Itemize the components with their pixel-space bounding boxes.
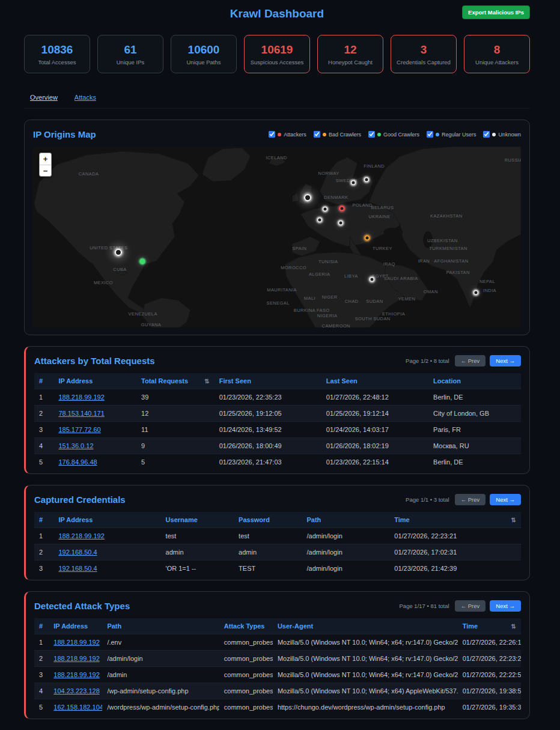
- table-cell: 01/24/2026, 14:03:17: [321, 422, 428, 438]
- map-marker-unknown[interactable]: [317, 217, 323, 222]
- table-header-row: #IP AddressTotal Requests⇅First SeenLast…: [34, 373, 521, 389]
- legend-item-attackers[interactable]: Attackers: [269, 131, 306, 138]
- legend-dot: [377, 133, 381, 136]
- ip-link[interactable]: 185.177.72.60: [58, 426, 100, 433]
- tab-attacks[interactable]: Attacks: [75, 94, 96, 101]
- column-header-time[interactable]: Time⇅: [389, 512, 521, 528]
- column-header-total-requests[interactable]: Total Requests⇅: [136, 373, 215, 389]
- stat-card-honeypot-caught: 12 Honeypot Caught: [317, 35, 383, 73]
- table-cell: /wp-admin/setup-config.php: [102, 683, 219, 699]
- map-marker-unknown[interactable]: [115, 249, 122, 256]
- table-cell: 1: [34, 528, 53, 544]
- prev-button[interactable]: ← Prev: [455, 494, 486, 505]
- table-cell: 162.158.182.104: [49, 699, 102, 716]
- sort-icon[interactable]: ⇅: [511, 517, 516, 523]
- ip-link[interactable]: 78.153.140.171: [58, 410, 104, 417]
- table-row: 1188.218.99.192testtest/admin/login01/27…: [34, 528, 521, 544]
- tab-overview[interactable]: Overview: [30, 94, 58, 101]
- table-cell: 01/25/2026, 19:12:05: [215, 406, 321, 422]
- ip-link[interactable]: 104.23.223.128: [53, 687, 99, 695]
- legend-item-unknown[interactable]: Unknown: [483, 131, 521, 138]
- table-cell: test: [234, 528, 302, 544]
- legend-checkbox[interactable]: [483, 131, 490, 138]
- section-header: Detected Attack TypesPage 1/17 • 81 tota…: [34, 599, 521, 613]
- map-marker-good-crawler[interactable]: [139, 259, 145, 264]
- map-marker-unknown[interactable]: [338, 221, 344, 226]
- ip-link[interactable]: 188.218.99.192: [58, 532, 104, 540]
- table-cell: 3: [34, 422, 53, 438]
- column-header-first-seen: First Seen: [215, 373, 321, 389]
- table-cell: 5: [136, 454, 215, 470]
- ip-link[interactable]: 192.168.50.4: [58, 549, 97, 556]
- column-header-attack-types: Attack Types: [219, 618, 273, 634]
- ip-link[interactable]: 192.168.50.4: [58, 565, 97, 572]
- zoom-out-button[interactable]: −: [40, 165, 51, 176]
- stat-label: Total Accesses: [38, 59, 76, 65]
- ip-link[interactable]: 188.218.99.192: [53, 639, 99, 646]
- column-header-time[interactable]: Time⇅: [458, 618, 521, 634]
- table-cell: common_probes: [219, 699, 273, 716]
- legend-checkbox[interactable]: [427, 131, 433, 138]
- section-header: Captured CredentialsPage 1/1 • 3 total← …: [34, 493, 521, 506]
- next-button[interactable]: Next →: [490, 355, 521, 367]
- next-button[interactable]: Next →: [490, 600, 521, 612]
- tables-root: Attackers by Total RequestsPage 1/2 • 8 …: [24, 346, 530, 719]
- table-cell: 185.177.72.60: [53, 422, 136, 438]
- section-header: Attackers by Total RequestsPage 1/2 • 8 …: [34, 354, 521, 368]
- prev-button[interactable]: ← Prev: [455, 600, 486, 612]
- ip-link[interactable]: 188.218.99.192: [53, 655, 99, 662]
- table-cell: 01/27/2026, 22:23:21: [458, 651, 521, 667]
- table-cell: 12: [136, 406, 215, 422]
- column-label: Path: [107, 622, 121, 630]
- map-marker-unknown[interactable]: [304, 194, 311, 201]
- zoom-in-button[interactable]: +: [40, 153, 51, 165]
- table-cell: common_probes: [219, 634, 273, 651]
- world-map: [33, 147, 521, 327]
- legend-item-good-crawlers[interactable]: Good Crawlers: [368, 131, 419, 138]
- legend-checkbox[interactable]: [269, 131, 275, 138]
- sort-icon[interactable]: ⇅: [204, 378, 209, 385]
- table-row: 278.153.140.1711201/25/2026, 19:12:0501/…: [34, 406, 521, 422]
- map-marker-unknown[interactable]: [370, 276, 375, 282]
- ip-link[interactable]: 176.84.96.48: [58, 458, 97, 466]
- map-canvas[interactable]: + − CANADAICELANDNORWAYSWEDENFINLANDRUSS…: [33, 147, 521, 327]
- map-marker-unknown[interactable]: [473, 290, 479, 295]
- ip-link[interactable]: 151.36.0.12: [58, 442, 93, 449]
- table-cell: Mozilla/5.0 (Windows NT 10.0; Win64; x64…: [273, 651, 458, 667]
- ip-link[interactable]: 188.218.99.192: [58, 394, 104, 401]
- map-marker-unknown[interactable]: [364, 177, 369, 183]
- map-marker-bad-crawler[interactable]: [365, 236, 370, 241]
- next-button[interactable]: Next →: [490, 494, 521, 505]
- stat-card-suspicious-accesses: 10619 Suspicious Accesses: [244, 35, 310, 73]
- table-cell: /wordpress/wp-admin/setup-config.php: [102, 699, 219, 716]
- legend-checkbox[interactable]: [314, 131, 320, 138]
- table-cell: 192.168.50.4: [53, 544, 160, 561]
- table-cell: common_probes: [219, 651, 273, 667]
- map-marker-unknown[interactable]: [350, 180, 356, 185]
- column-label: Total Requests: [141, 377, 188, 385]
- stat-label: Unique Attackers: [475, 59, 519, 65]
- legend-item-regular-users[interactable]: Regular Users: [427, 131, 476, 138]
- column-header-username: Username: [161, 512, 234, 528]
- legend-checkbox[interactable]: [368, 131, 375, 138]
- stat-label: Credentials Captured: [397, 59, 451, 65]
- map-marker-attacker[interactable]: [339, 205, 344, 211]
- data-table: #IP AddressUsernamePasswordPathTime⇅1188…: [34, 512, 521, 576]
- sort-icon[interactable]: ⇅: [511, 623, 516, 630]
- map-marker-unknown[interactable]: [323, 207, 328, 212]
- table-cell: 4: [34, 683, 49, 699]
- legend-item-bad-crawlers[interactable]: Bad Crawlers: [314, 131, 361, 138]
- table-cell: https://chungo.dev/wordpress/wp-admin/se…: [273, 699, 458, 716]
- prev-button[interactable]: ← Prev: [455, 355, 486, 367]
- table-cell: common_probes: [219, 683, 273, 699]
- table-cell: City of London, GB: [428, 406, 521, 422]
- table-cell: Berlin, DE: [428, 454, 521, 470]
- export-malicious-ips-button[interactable]: Export Malicious IPs: [462, 5, 530, 19]
- table-row: 5176.84.96.48501/23/2026, 21:47:0301/23/…: [34, 454, 521, 470]
- table-cell: 1: [34, 389, 53, 406]
- stat-value: 10836: [41, 43, 73, 56]
- ip-link[interactable]: 162.158.182.104: [53, 704, 102, 711]
- ip-link[interactable]: 188.218.99.192: [53, 671, 99, 678]
- table-cell: 78.153.140.171: [53, 406, 136, 422]
- column-header-: #: [34, 512, 53, 528]
